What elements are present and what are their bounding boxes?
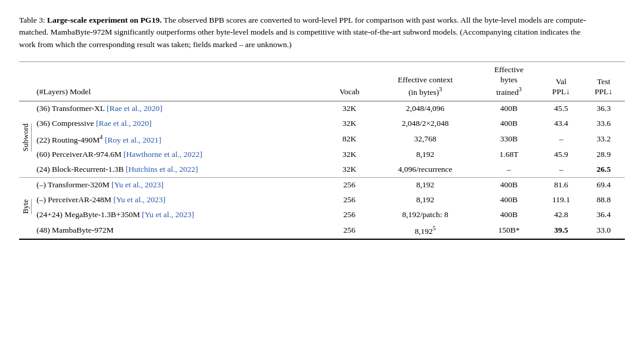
cell-vocab: 32K (326, 116, 372, 131)
cell-vocab: 256 (326, 177, 372, 192)
cell-val-ppl: 43.4 (540, 116, 582, 131)
cell-model: (36) Transformer-XL [Rae et al., 2020] (33, 101, 326, 116)
table-row: (24+24) MegaByte-1.3B+350M [Yu et al., 2… (19, 208, 625, 223)
cell-val-ppl: 45.9 (540, 147, 582, 162)
table-row: (22) Routing-490M4 [Roy et al., 2021]82K… (19, 131, 625, 147)
cell-vocab: 32K (326, 147, 372, 162)
cell-val-ppl: – (540, 162, 582, 177)
cell-ctx: 2,048/4,096 (373, 101, 478, 116)
cell-ctx: 8,192 (373, 147, 478, 162)
cell-ctx: 8,192 (373, 193, 478, 208)
col-header-model: (#Layers) Model (33, 61, 326, 101)
cell-bytes: 330B (478, 131, 540, 147)
table-row: (24) Block-Recurrent-1.3B [Hutchins et a… (19, 162, 625, 177)
cell-val-ppl: 39.5 (540, 223, 582, 239)
cell-val-ppl: 119.1 (540, 193, 582, 208)
cell-bytes: 400B (478, 101, 540, 116)
col-header-val-ppl: ValPPL↓ (540, 61, 582, 101)
cell-model: (–) PerceiverAR-248M [Yu et al., 2023] (33, 193, 326, 208)
cell-test-ppl: 26.5 (583, 162, 625, 177)
cell-model: (60) PerceiverAR-974.6M [Hawthorne et al… (33, 147, 326, 162)
cell-ctx: 4,096/recurrence (373, 162, 478, 177)
cell-bytes: 400B (478, 208, 540, 223)
cell-model: (–) Transformer-320M [Yu et al., 2023] (33, 177, 326, 192)
cell-vocab: 256 (326, 223, 372, 239)
table-row: (60) PerceiverAR-974.6M [Hawthorne et al… (19, 147, 625, 162)
cell-bytes: – (478, 162, 540, 177)
table-row: Subword(36) Transformer-XL [Rae et al., … (19, 101, 625, 116)
cell-test-ppl: 28.9 (583, 147, 625, 162)
cell-bytes: 400B (478, 116, 540, 131)
cell-model: (24) Block-Recurrent-1.3B [Hutchins et a… (33, 162, 326, 177)
cell-vocab: 32K (326, 101, 372, 116)
cell-vocab: 32K (326, 162, 372, 177)
table-row: (36) Compressive [Rae et al., 2020]32K2,… (19, 116, 625, 131)
col-header-test-ppl: TestPPL↓ (583, 61, 625, 101)
cell-val-ppl: – (540, 131, 582, 147)
cell-vocab: 256 (326, 193, 372, 208)
cell-model: (36) Compressive [Rae et al., 2020] (33, 116, 326, 131)
cell-test-ppl: 36.3 (583, 101, 625, 116)
cell-ctx: 8,1925 (373, 223, 478, 239)
cell-val-ppl: 42.8 (540, 208, 582, 223)
cell-bytes: 400B (478, 193, 540, 208)
cell-test-ppl: 88.8 (583, 193, 625, 208)
cell-test-ppl: 33.0 (583, 223, 625, 239)
table-row: (–) PerceiverAR-248M [Yu et al., 2023]25… (19, 193, 625, 208)
cell-test-ppl: 33.6 (583, 116, 625, 131)
cell-val-ppl: 81.6 (540, 177, 582, 192)
cell-bytes: 1.68T (478, 147, 540, 162)
table-row: Byte(–) Transformer-320M [Yu et al., 202… (19, 177, 625, 192)
table-number: Table 3: (19, 16, 47, 24)
col-header-ctx: Effective context(in bytes)3 (373, 61, 478, 101)
cell-vocab: 82K (326, 131, 372, 147)
cell-val-ppl: 45.5 (540, 101, 582, 116)
cell-ctx: 32,768 (373, 131, 478, 147)
col-header-bytes: Effectivebytestrained3 (478, 61, 540, 101)
cell-vocab: 256 (326, 208, 372, 223)
cell-ctx: 8,192/patch: 8 (373, 208, 478, 223)
section-label-byte: Byte (19, 177, 33, 239)
cell-bytes: 150B* (478, 223, 540, 239)
cell-bytes: 400B (478, 177, 540, 192)
cell-model: (22) Routing-490M4 [Roy et al., 2021] (33, 131, 326, 147)
cell-model: (24+24) MegaByte-1.3B+350M [Yu et al., 2… (33, 208, 326, 223)
caption: Table 3: Large-scale experiment on PG19.… (19, 14, 592, 51)
cell-ctx: 2,048/2×2,048 (373, 116, 478, 131)
cell-test-ppl: 33.2 (583, 131, 625, 147)
col-header-vocab: Vocab (326, 61, 372, 101)
results-table: (#Layers) Model Vocab Effective context(… (19, 61, 625, 240)
cell-test-ppl: 69.4 (583, 177, 625, 192)
cell-model: (48) MambaByte-972M (33, 223, 326, 239)
cell-ctx: 8,192 (373, 177, 478, 192)
section-label-subword: Subword (19, 101, 33, 177)
cell-test-ppl: 36.4 (583, 208, 625, 223)
table-row: (48) MambaByte-972M2568,1925150B*39.533.… (19, 223, 625, 239)
table-title: Large-scale experiment on PG19. (47, 16, 162, 24)
